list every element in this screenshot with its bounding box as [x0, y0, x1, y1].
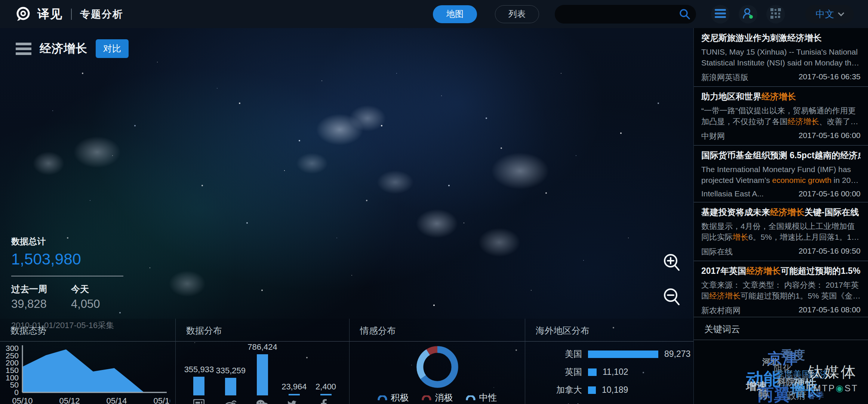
view-toggle: 地图 列表 [433, 5, 539, 23]
svg-text:300: 300 [6, 344, 19, 352]
zoom-in-button[interactable] [662, 252, 681, 273]
topic-menu-icon[interactable] [16, 43, 31, 55]
news-source: 新农村商网 [701, 305, 741, 316]
news-snippet: 文章来源： 文章类型： 内容分类： 2017年英国经济增长可能超过预期的1。5%… [701, 280, 861, 302]
tmtpost-watermark: 钛媒体 TMTP◉ST [807, 362, 858, 394]
source-bar-weibo: 335,259 [215, 366, 247, 395]
watermark-name: 钛媒体 [807, 362, 858, 382]
panel-title: 海外地区分布 [525, 322, 693, 341]
bottom-chart-strip: 数据态势 05010015020025030005/1005/1205/1405… [0, 319, 693, 404]
news-list: 突尼斯旅游业作为刺激经济增长 TUNIS, May 15 (Xinhua) --… [694, 28, 868, 317]
bar-value-label: 786,424 [247, 342, 277, 352]
map-zoom-controls [662, 252, 681, 308]
news-timestamp: 2017-05-16 08:00 [798, 305, 861, 316]
bar-value-label: 335,259 [216, 366, 246, 376]
twitter-icon: - [278, 399, 310, 404]
search-icon[interactable] [679, 8, 691, 22]
today-label: 今天 [71, 283, 131, 295]
weibo-icon [215, 399, 247, 404]
language-selector[interactable]: 中文 [805, 5, 854, 24]
search-box [555, 5, 696, 24]
news-item[interactable]: 基建投资将成未来经济增长关键-国际在线 数据显示，4月份，全国规模以上工业增加值… [694, 202, 868, 261]
svg-text:05/10: 05/10 [12, 396, 33, 404]
divider [350, 341, 525, 342]
news-item[interactable]: 助力地区和世界经济增长 “一带一路”倡议提出以来，贸易畅通的作用更加凸显，不仅拉… [694, 87, 868, 146]
news-timestamp: 2017-05-16 06:35 [798, 72, 861, 83]
news-source: Intellasia East A... [701, 189, 764, 198]
chevron-down-icon [838, 10, 844, 16]
trend-area-chart: 05010015020025030005/1005/1205/1405/16 [0, 342, 170, 404]
bar-value-label: 2,400 [316, 382, 336, 392]
svg-text:05/16: 05/16 [153, 396, 170, 404]
source-bar-wechat: 786,424 [247, 342, 278, 395]
source-bar-news: 355,933 [183, 365, 215, 395]
list-view-button[interactable]: 列表 [495, 5, 539, 23]
sentiment-legend: 积极消极中性 [350, 392, 525, 404]
panel-data-distribution: 数据分布 355,933335,259786,42423,9642,400 -- [176, 319, 350, 404]
header-icons: 中文 [711, 5, 854, 24]
news-meta: 国际在线 2017-05-16 09:50 [701, 247, 861, 257]
region-row: 加拿大10,189 [533, 384, 693, 396]
divider [11, 276, 123, 276]
watermark-brand: TMTP◉ST [807, 383, 858, 394]
today-value: 4,050 [71, 297, 131, 311]
news-item[interactable]: 突尼斯旅游业作为刺激经济增长 TUNIS, May 15 (Xinhua) --… [694, 28, 868, 87]
bar-value-label: 23,964 [281, 382, 307, 392]
week-label: 过去一周 [11, 283, 71, 295]
news-source: 新浪网英语版 [701, 72, 748, 83]
panel-title: 情感分布 [350, 322, 525, 341]
dashboard: 译见 专题分析 地图 列表 [0, 0, 868, 404]
compare-button[interactable]: 对比 [96, 39, 129, 58]
news-snippet: “一带一路”倡议提出以来，贸易畅通的作用更加凸显，不仅拉动了各国经济增长、改善了… [701, 105, 861, 127]
zoom-out-button[interactable] [662, 287, 681, 308]
svg-text:0: 0 [14, 388, 19, 397]
divider [525, 341, 693, 342]
divider [176, 341, 349, 342]
world-map[interactable]: 经济增长 对比 数据总计 1,503,980 过去一周 39,828 今天 4,… [0, 28, 693, 404]
panel-data-trend: 数据态势 05010015020025030005/1005/1205/1405… [0, 319, 176, 404]
legend-item: 消极 [422, 392, 453, 404]
menu-button[interactable] [711, 5, 730, 24]
total-value: 1,503,980 [11, 250, 135, 268]
legend-item: 积极 [378, 392, 409, 404]
total-label: 数据总计 [11, 236, 135, 247]
svg-text:05/14: 05/14 [106, 396, 127, 404]
keyword: 季度 [781, 349, 805, 361]
keyword: 特 [758, 390, 768, 400]
region-row: 美国89,273 [533, 348, 693, 360]
svg-text:150: 150 [6, 366, 19, 374]
logo-text: 译见 [37, 6, 63, 22]
yijian-logo-icon [14, 6, 31, 23]
user-button[interactable] [739, 5, 757, 24]
svg-text:05/12: 05/12 [59, 396, 80, 404]
news-snippet: The International Monetary Fund (IMF) ha… [701, 164, 861, 186]
panel-sentiment: 情感分布 积极消极中性 [350, 319, 525, 404]
source-bar-facebook: 2,400 [310, 382, 342, 395]
source-bar-twitter: 23,964 [278, 382, 310, 395]
panel-title: 数据分布 [176, 322, 349, 341]
sentiment-donut-chart [413, 343, 461, 391]
page-title: 专题分析 [80, 7, 123, 21]
map-view-button[interactable]: 地图 [433, 5, 477, 23]
news-meta: 新浪网英语版 2017-05-16 06:35 [701, 72, 861, 83]
news-item[interactable]: 国际货币基金组织预测 6.5pct越南的经济成长在 2017 The Inter… [694, 146, 868, 203]
region-row: 印度5,030 [533, 402, 693, 404]
news-snippet: 数据显示，4月份，全国规模以上工业增加值同比实际增长6。5%，增速比上月回落1。… [701, 221, 861, 243]
news-snippet: TUNIS, May 15 (Xinhua) -- Tunisia's Nati… [701, 47, 861, 68]
news-timestamp: 2017-05-16 06:00 [798, 131, 861, 141]
logo-divider [71, 9, 72, 20]
wechat-icon [247, 399, 278, 404]
sources-bar-chart: 355,933335,259786,42423,9642,400 [176, 347, 349, 395]
user-icon [742, 7, 754, 21]
search-input[interactable] [555, 5, 696, 24]
news-title: 助力地区和世界经济增长 [701, 91, 861, 102]
week-value: 39,828 [11, 297, 71, 311]
top-bar: 译见 专题分析 地图 列表 [0, 0, 868, 28]
topic-bar: 经济增长 对比 [16, 39, 129, 58]
news-source: 国际在线 [701, 247, 733, 257]
news-icon [183, 399, 215, 404]
qrcode-button[interactable] [766, 5, 785, 24]
news-timestamp: 2017-05-16 09:50 [798, 247, 861, 257]
keyword: 政府 [787, 391, 806, 400]
news-item[interactable]: 2017年英国经济增长可能超过预期的1.5% -地方 文章来源： 文章类型： 内… [694, 261, 868, 317]
